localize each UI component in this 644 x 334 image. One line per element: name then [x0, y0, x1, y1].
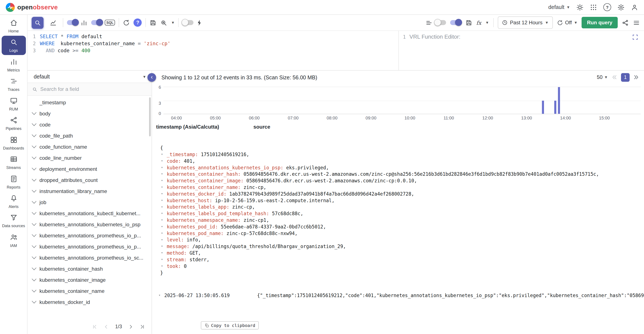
field-item[interactable]: code — [28, 119, 152, 130]
next-page-icon[interactable] — [128, 324, 134, 329]
org-selector[interactable]: default ▼ — [548, 4, 570, 10]
sidebar-item-traces[interactable]: Traces — [2, 75, 26, 94]
first-page-icon[interactable] — [92, 324, 98, 329]
field-search-input[interactable]: Search for a field — [28, 83, 152, 96]
expand-arrow-icon[interactable]: ▾ — [161, 171, 167, 178]
field-item[interactable]: kubernetes_annotations_prometheus_io_p..… — [28, 241, 152, 252]
save-search-icon[interactable] — [150, 19, 157, 26]
run-query-button[interactable]: Run query — [582, 17, 618, 28]
field-item[interactable]: kubernetes_annotations_prometheus_io_p..… — [28, 230, 152, 241]
expand-arrow-icon[interactable]: ▾ — [161, 178, 167, 184]
expand-arrow-icon[interactable]: ▾ — [161, 224, 167, 230]
query-help-icon[interactable]: ? — [134, 18, 142, 27]
scrollbar-thumb[interactable] — [149, 97, 151, 136]
function-fx-icon[interactable]: fx — [476, 20, 481, 26]
field-item[interactable]: kubernetes_annotations_kubectl_kubernet.… — [28, 208, 152, 219]
log-row[interactable]: ▾ 2025-06-27 13:50:05.619 {"_timestamp":… — [152, 290, 644, 300]
sidebar-item-metrics[interactable]: Metrics — [2, 56, 26, 74]
field-item[interactable]: kubernetes_annotations_kubernetes_io_psp — [28, 219, 152, 230]
sidebar-item-pipelines[interactable]: Pipelines — [2, 114, 26, 133]
vrl-function-editor[interactable]: 1 VRL Function Editor: — [398, 31, 644, 70]
apps-grid-icon[interactable] — [590, 4, 597, 11]
sql-mode-toggle[interactable] — [91, 20, 102, 25]
last-page-icon[interactable] — [140, 324, 145, 329]
saved-search-dropdown-icon[interactable]: ▼ — [171, 20, 175, 24]
sidebar-item-home[interactable]: Home — [2, 16, 26, 36]
sidebar-item-rum[interactable]: RUM — [2, 94, 26, 114]
expand-arrow-icon[interactable]: ▾ — [161, 256, 167, 263]
search-mode-button[interactable] — [32, 17, 44, 28]
expand-arrow-icon[interactable]: ▾ — [161, 197, 167, 204]
query-editor-line[interactable]: 3 AND code >= 400 — [30, 47, 398, 54]
save-function-icon[interactable] — [465, 19, 472, 26]
expand-arrow-icon[interactable]: ▾ — [161, 243, 167, 250]
field-item[interactable]: kubernetes_docker_id — [28, 297, 152, 308]
expand-arrow-icon[interactable]: ▾ — [161, 210, 167, 217]
field-item[interactable]: code_file_path — [28, 130, 152, 142]
field-item[interactable]: kubernetes_container_hash — [28, 264, 152, 274]
sidebar-item-label: Traces — [2, 88, 26, 92]
expand-arrow-icon[interactable]: ▾ — [161, 158, 167, 164]
menu-icon[interactable] — [633, 19, 640, 26]
expand-arrow-icon[interactable]: ▾ — [161, 217, 167, 224]
current-page-button[interactable]: 1 — [621, 73, 630, 82]
field-item[interactable]: deployment_environment — [28, 164, 152, 175]
query-editor-line[interactable]: 1SELECT * FROM default — [30, 33, 398, 40]
reset-filters-icon[interactable] — [123, 19, 130, 26]
field-item[interactable]: kubernetes_container_image — [28, 274, 152, 286]
help-icon[interactable]: ? — [603, 3, 611, 11]
sidebar-item-alerts[interactable]: Alerts — [2, 192, 26, 211]
expand-arrow-icon[interactable]: ▾ — [161, 263, 167, 270]
expand-arrow-icon[interactable]: ▾ — [161, 204, 167, 210]
sidebar-item-streams[interactable]: Streams — [2, 153, 26, 172]
expand-arrow-icon[interactable]: ▾ — [161, 184, 167, 191]
field-item[interactable]: body — [28, 108, 152, 119]
prev-pages-icon[interactable] — [612, 74, 617, 80]
sidebar-item-logs[interactable]: Logs — [2, 36, 26, 55]
field-item[interactable]: code_line_number — [28, 152, 152, 164]
theme-toggle-icon[interactable] — [576, 4, 584, 11]
expand-arrow-icon[interactable]: ▾ — [161, 151, 167, 158]
field-item[interactable]: job — [28, 197, 152, 208]
sidebar-item-iam[interactable]: IAM — [2, 231, 26, 250]
collapse-fields-button[interactable]: ‹ — [147, 73, 156, 82]
time-range-picker[interactable]: Past 12 Hours ▼ — [498, 16, 553, 29]
line-number: 3 — [30, 47, 36, 54]
query-editor-line[interactable]: 2WHERE kubernetes_container_name = 'zinc… — [30, 40, 398, 47]
share-icon[interactable] — [622, 19, 629, 26]
openobserve-logo[interactable]: openobserve — [6, 3, 58, 12]
show-query-toggle[interactable] — [435, 20, 446, 25]
expand-arrow-icon[interactable]: ▾ — [161, 164, 167, 171]
next-pages-icon[interactable] — [633, 74, 639, 80]
expand-arrow-icon[interactable]: ▾ — [161, 236, 167, 243]
function-dropdown-icon[interactable]: ▼ — [485, 20, 489, 24]
fullscreen-expand-icon[interactable] — [632, 34, 638, 40]
field-item[interactable]: instrumentation_library_name — [28, 186, 152, 197]
field-item[interactable]: kubernetes_container_name — [28, 286, 152, 297]
expand-arrow-icon[interactable]: ▾ — [161, 250, 167, 256]
quick-mode-toggle[interactable] — [182, 20, 194, 25]
vrl-editor-toggle[interactable] — [450, 20, 461, 25]
stream-selector[interactable]: default ▼ — [28, 70, 152, 83]
user-account-icon[interactable] — [631, 4, 638, 11]
field-item[interactable]: _timestamp — [28, 97, 152, 108]
log-row-timestamp: 2025-06-27 13:50:05.619 — [164, 292, 257, 298]
field-item[interactable]: dropped_attributes_count — [28, 175, 152, 186]
expand-arrow-icon[interactable]: ▾ — [161, 230, 167, 237]
visualize-mode-button[interactable] — [47, 17, 59, 28]
field-item[interactable]: kubernetes_annotations_prometheus_io_sc.… — [28, 252, 152, 264]
copy-to-clipboard-button[interactable]: Copy to clipboard — [201, 321, 259, 330]
sql-query-editor[interactable]: 1SELECT * FROM default2WHERE kubernetes_… — [28, 31, 398, 70]
sidebar-item-reports[interactable]: Reports — [2, 172, 26, 191]
saved-searches-icon[interactable] — [160, 19, 168, 26]
sidebar-item-data-sources[interactable]: Data sources — [2, 211, 26, 230]
per-page-select[interactable]: 50 ▼ — [597, 74, 608, 80]
expand-arrow-icon[interactable]: ▾ — [161, 191, 167, 197]
histogram-toggle[interactable] — [67, 20, 78, 25]
sidebar-item-dashboards[interactable]: Dashboards — [2, 133, 26, 152]
collapse-row-icon[interactable]: ▾ — [158, 292, 164, 298]
settings-gear-icon[interactable] — [617, 4, 625, 11]
field-item[interactable]: code_function_name — [28, 142, 152, 152]
auto-refresh-control[interactable]: Off ▼ — [557, 20, 578, 26]
prev-page-icon[interactable] — [104, 324, 109, 329]
